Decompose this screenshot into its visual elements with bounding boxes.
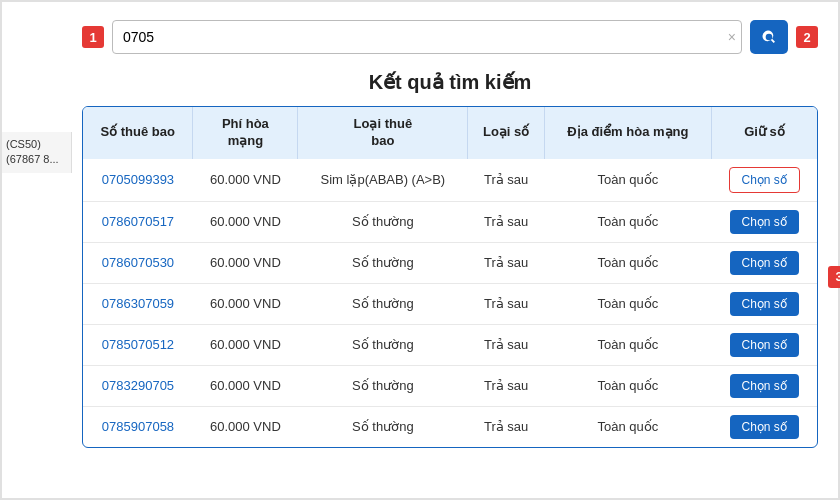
cell-type: Số thường [298,406,468,447]
cell-action: Chọn số [711,242,817,283]
chon-so-button[interactable]: Chọn số [730,292,799,316]
cell-loaiso: Trả sau [468,283,545,324]
step-1-badge: 1 [82,26,104,48]
col-header-giuso: Giữ số [711,107,817,159]
step-2-badge: 2 [796,26,818,48]
chon-so-button[interactable]: Chọn số [730,251,799,275]
table-row: 078630705960.000 VNDSố thườngTrả sauToàn… [83,283,817,324]
chon-so-button[interactable]: Chọn số [730,210,799,234]
cell-action: Chọn số [711,406,817,447]
table-row: 078590705860.000 VNDSố thườngTrả sauToàn… [83,406,817,447]
cell-type: Sim lặp(ABAB) (A>B) [298,159,468,202]
cell-location: Toàn quốc [544,406,711,447]
cell-phone[interactable]: 0786307059 [83,283,193,324]
cell-type: Số thường [298,283,468,324]
search-input[interactable] [112,20,742,54]
search-button[interactable] [750,20,788,54]
cell-fee: 60.000 VND [193,283,298,324]
cell-fee: 60.000 VND [193,324,298,365]
cell-location: Toàn quốc [544,159,711,202]
table-row: 078607051760.000 VNDSố thườngTrả sauToàn… [83,201,817,242]
cell-loaiso: Trả sau [468,406,545,447]
col-header-location: Địa điểm hòa mạng [544,107,711,159]
cell-fee: 60.000 VND [193,201,298,242]
cell-fee: 60.000 VND [193,242,298,283]
cell-phone[interactable]: 0786070517 [83,201,193,242]
main-content-area: 1 × 2 Kết quả tìm kiếm [2,2,838,458]
left-sidebar: (CS50) (67867 8... [2,132,72,173]
cell-action: Chọn số [711,159,817,202]
chon-so-button[interactable]: Chọn số [729,167,800,193]
step-3-badge: 3 [828,266,840,288]
cell-action: Chọn số [711,283,817,324]
chon-so-button[interactable]: Chọn số [730,333,799,357]
table-header-row: Số thuê bao Phí hòamạng Loại thuêbao Loạ… [83,107,817,159]
cell-location: Toàn quốc [544,283,711,324]
cell-type: Số thường [298,242,468,283]
section-title: Kết quả tìm kiếm [82,70,818,94]
cell-loaiso: Trả sau [468,324,545,365]
table-row: 078607053060.000 VNDSố thườngTrả sauToàn… [83,242,817,283]
cell-fee: 60.000 VND [193,406,298,447]
cell-loaiso: Trả sau [468,201,545,242]
cell-fee: 60.000 VND [193,159,298,202]
results-table-wrapper: Số thuê bao Phí hòamạng Loại thuêbao Loạ… [82,106,818,448]
clear-icon: × [728,29,736,45]
cell-phone[interactable]: 0783290705 [83,365,193,406]
cell-fee: 60.000 VND [193,365,298,406]
results-table: Số thuê bao Phí hòamạng Loại thuêbao Loạ… [83,107,817,447]
table-row: 078329070560.000 VNDSố thườngTrả sauToàn… [83,365,817,406]
search-input-wrapper: × [112,20,742,54]
table-container: Số thuê bao Phí hòamạng Loại thuêbao Loạ… [82,106,818,448]
cell-action: Chọn số [711,201,817,242]
cell-phone[interactable]: 0705099393 [83,159,193,202]
col-header-type: Loại thuêbao [298,107,468,159]
chon-so-button[interactable]: Chọn số [730,415,799,439]
search-icon [761,29,777,45]
col-header-phone: Số thuê bao [83,107,193,159]
search-row: 1 × 2 [82,12,818,54]
cell-phone[interactable]: 0785070512 [83,324,193,365]
cell-type: Số thường [298,201,468,242]
cell-location: Toàn quốc [544,201,711,242]
cell-loaiso: Trả sau [468,365,545,406]
table-row: 078507051260.000 VNDSố thườngTrả sauToàn… [83,324,817,365]
cell-type: Số thường [298,365,468,406]
col-header-fee: Phí hòamạng [193,107,298,159]
clear-button[interactable]: × [728,29,736,45]
cell-phone[interactable]: 0785907058 [83,406,193,447]
col-header-loaiso: Loại số [468,107,545,159]
cell-location: Toàn quốc [544,365,711,406]
cell-type: Số thường [298,324,468,365]
sidebar-text-2: (67867 8... [6,153,59,165]
chon-so-button[interactable]: Chọn số [730,374,799,398]
cell-location: Toàn quốc [544,242,711,283]
cell-location: Toàn quốc [544,324,711,365]
cell-loaiso: Trả sau [468,159,545,202]
sidebar-text-1: (CS50) [6,138,41,150]
cell-action: Chọn số [711,365,817,406]
main-container: (CS50) (67867 8... 1 × 2 Kết quả tìm kiế… [0,0,840,500]
cell-phone[interactable]: 0786070530 [83,242,193,283]
table-row: 070509939360.000 VNDSim lặp(ABAB) (A>B)T… [83,159,817,202]
cell-loaiso: Trả sau [468,242,545,283]
cell-action: Chọn số [711,324,817,365]
